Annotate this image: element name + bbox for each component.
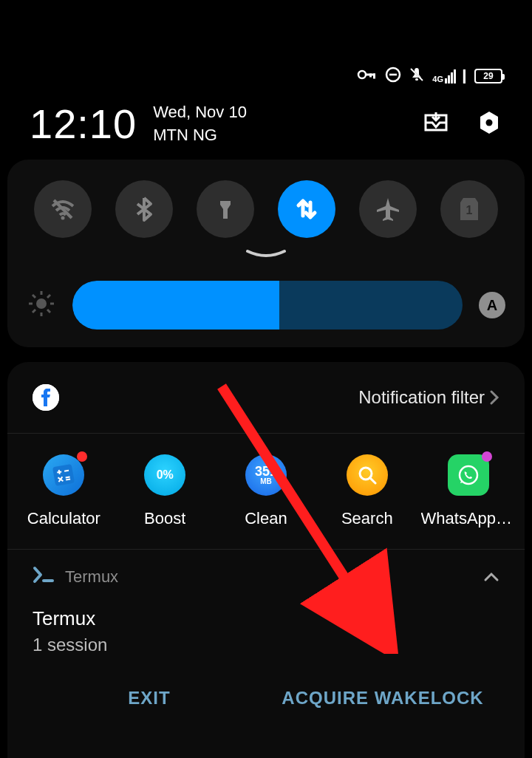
mute-icon xyxy=(409,66,425,86)
flashlight-toggle[interactable] xyxy=(197,180,254,238)
mobile-data-toggle[interactable] xyxy=(278,180,335,238)
acquire-wakelock-button[interactable]: ACQUIRE WAKELOCK xyxy=(266,683,499,713)
svg-rect-6 xyxy=(415,78,418,81)
svg-rect-24 xyxy=(52,464,75,486)
exit-button[interactable]: EXIT xyxy=(33,683,266,713)
svg-rect-12 xyxy=(220,201,231,205)
app-calculator[interactable]: Calculator xyxy=(16,454,112,528)
svg-line-20 xyxy=(47,310,50,313)
svg-text:1: 1 xyxy=(466,204,473,216)
qs-toggles: 1 xyxy=(22,180,510,238)
svg-line-33 xyxy=(370,478,375,483)
clock-time: 12:10 xyxy=(30,100,137,148)
brightness-icon xyxy=(27,289,56,321)
filter-label: Notification filter xyxy=(358,387,485,408)
settings-icon[interactable] xyxy=(476,109,502,139)
app-whatsapp[interactable]: WhatsApp M… xyxy=(420,454,516,528)
app-boost[interactable]: 0% Boost xyxy=(117,454,213,528)
svg-line-28 xyxy=(66,477,70,478)
airplane-toggle[interactable] xyxy=(359,180,417,238)
svg-rect-3 xyxy=(369,74,372,78)
signal-4g-icon: 4G xyxy=(432,69,456,83)
date-text: Wed, Nov 10 xyxy=(153,101,247,124)
svg-rect-5 xyxy=(389,74,397,76)
battery-icon: ▎ 29 xyxy=(463,69,502,83)
auto-brightness-toggle[interactable]: A xyxy=(479,292,505,318)
svg-point-14 xyxy=(36,298,47,309)
notification-actions: EXIT ACQUIRE WAKELOCK xyxy=(33,683,499,713)
sim-toggle[interactable]: 1 xyxy=(440,180,498,238)
badge-dot xyxy=(77,451,87,462)
svg-rect-2 xyxy=(373,74,375,79)
clock-row: 12:10 Wed, Nov 10 MTN NG xyxy=(30,100,502,148)
notification-header: Termux xyxy=(33,566,499,588)
terminal-icon xyxy=(33,566,55,588)
app-label: WhatsApp M… xyxy=(421,509,516,528)
app-label: Search xyxy=(341,509,393,528)
svg-line-27 xyxy=(64,471,69,471)
notification-filter-link[interactable]: Notification filter xyxy=(358,387,499,408)
badge-dot xyxy=(482,451,492,462)
brightness-row: A xyxy=(22,281,510,330)
status-bar: 4G ▎ 29 xyxy=(357,66,502,86)
dnd-icon xyxy=(385,66,401,86)
termux-notification[interactable]: Termux Termux 1 session EXIT ACQUIRE WAK… xyxy=(7,550,525,713)
app-search[interactable]: Search xyxy=(319,454,415,528)
vpn-key-icon xyxy=(357,68,378,84)
quick-apps-row: Calculator 0% Boost 351 MB Clean Search xyxy=(7,434,525,550)
filter-row: Notification filter xyxy=(7,384,525,434)
facebook-icon[interactable] xyxy=(33,384,59,411)
svg-point-10 xyxy=(61,216,65,220)
battery-level: 29 xyxy=(474,69,502,83)
quick-settings-panel: 1 A xyxy=(7,160,525,347)
svg-line-21 xyxy=(47,295,50,298)
svg-point-0 xyxy=(358,71,366,78)
app-label: Calculator xyxy=(27,509,100,528)
chevron-right-icon xyxy=(489,389,499,406)
app-label: Boost xyxy=(144,509,185,528)
svg-line-22 xyxy=(33,310,35,313)
notification-subtitle: 1 session xyxy=(33,635,499,655)
expand-handle[interactable] xyxy=(22,248,510,260)
svg-point-34 xyxy=(460,466,477,484)
collapse-icon[interactable] xyxy=(483,567,499,587)
inbox-icon[interactable] xyxy=(423,109,449,139)
notification-app-name: Termux xyxy=(65,567,118,587)
app-label: Clean xyxy=(245,509,287,528)
notification-title: Termux xyxy=(33,607,499,630)
bluetooth-toggle[interactable] xyxy=(115,180,173,238)
svg-point-9 xyxy=(486,119,493,126)
notification-panel: Notification filter Calculator 0% Boost … xyxy=(7,362,525,758)
svg-line-19 xyxy=(33,295,35,298)
date-carrier: Wed, Nov 10 MTN NG xyxy=(153,101,247,147)
svg-line-29 xyxy=(66,479,71,480)
carrier-text: MTN NG xyxy=(153,124,247,147)
wifi-toggle[interactable] xyxy=(34,180,92,238)
app-clean[interactable]: 351 MB Clean xyxy=(218,454,314,528)
brightness-slider[interactable] xyxy=(72,281,463,330)
